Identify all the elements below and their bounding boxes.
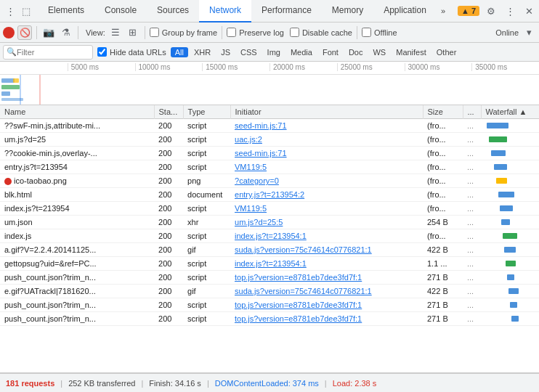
stop-button[interactable]: 🚫 [17,25,32,40]
header-waterfall[interactable]: Waterfall ▲ [481,105,539,119]
camera-button[interactable]: 📷 [41,25,56,40]
tab-console[interactable]: Console [94,0,147,23]
filter-button[interactable]: ⚗ [59,25,73,40]
more-options-icon[interactable]: ⋮ [503,4,517,18]
tab-performance[interactable]: Performance [251,0,322,23]
cell-initiator[interactable]: ?category=0 [230,174,423,188]
hide-data-urls-label[interactable]: Hide data URLs [97,47,166,57]
table-row[interactable]: index.js?t=213954 200 script VM119:5 (fr… [0,202,539,216]
timeline-content[interactable] [0,75,539,105]
group-frame-checkbox[interactable] [150,28,159,37]
close-icon[interactable]: ✕ [522,4,536,18]
table-row[interactable]: entry.js?t=213954 200 script VM119:5 (fr… [0,160,539,174]
record-button[interactable] [3,27,15,38]
cell-initiator[interactable]: uac.js:2 [230,133,423,147]
cell-dots[interactable]: ... [463,119,481,133]
table-row[interactable]: a.gif?V=2.2.4.20141125... 200 gif suda.j… [0,243,539,257]
table-row[interactable]: ico-taobao.png 200 png ?category=0 (fro.… [0,174,539,188]
cell-dots[interactable]: ... [463,298,481,312]
preserve-log-checkbox-label[interactable]: Preserve log [227,28,284,37]
cell-type: script [183,133,230,147]
cell-initiator[interactable]: seed-min.js:71 [230,119,423,133]
table-row[interactable]: um.js?d=25 200 script uac.js:2 (fro... .… [0,133,539,147]
table-row[interactable]: push_count.json?trim_n... 200 script top… [0,298,539,312]
cell-dots[interactable]: ... [463,133,481,147]
dock-icon[interactable]: ⋮ [3,4,17,18]
table-row[interactable]: push_count.json?trim_n... 200 script top… [0,312,539,326]
cell-dots[interactable]: ... [463,188,481,202]
table-row[interactable]: push_count.json?trim_n... 200 script top… [0,271,539,285]
cell-dots[interactable]: ... [463,243,481,257]
cell-initiator[interactable]: index.js?t=213954:1 [230,229,423,243]
filter-xhr[interactable]: XHR [190,47,215,57]
cell-initiator[interactable]: seed-min.js:71 [230,147,423,160]
network-throttle-dropdown[interactable]: ▾ [522,25,536,40]
filter-js[interactable]: JS [216,47,235,57]
header-initiator[interactable]: Initiator [230,105,423,119]
tab-sources[interactable]: Sources [147,0,199,23]
cell-dots[interactable]: ... [463,257,481,271]
table-header: Name Sta... Type Initiator Size ... Wate… [0,105,539,119]
cell-dots[interactable]: ... [463,271,481,285]
header-type[interactable]: Type [183,105,230,119]
more-tabs-button[interactable]: » [437,0,450,23]
cell-dots[interactable]: ... [463,312,481,326]
tab-elements[interactable]: Elements [38,0,94,23]
cell-initiator[interactable]: top.js?version=e8781eb7dee3fd7f:1 [230,298,423,312]
cell-initiator[interactable]: VM119:5 [230,202,423,216]
header-size[interactable]: Size [423,105,463,119]
table-row[interactable]: blk.html 200 document entry.js?t=213954:… [0,188,539,202]
cell-dots[interactable]: ... [463,216,481,229]
filter-ws[interactable]: WS [368,47,390,57]
cell-initiator[interactable]: suda.js?version=75c74614c0776821:1 [230,285,423,298]
cell-initiator[interactable]: top.js?version=e8781eb7dee3fd7f:1 [230,312,423,326]
filter-font[interactable]: Font [318,47,343,57]
cell-dots[interactable]: ... [463,147,481,160]
table-row[interactable]: index.js 200 script index.js?t=213954:1 … [0,229,539,243]
tab-application[interactable]: Application [373,0,437,23]
table-row[interactable]: gettopsug?uid=&ref=PC... 200 script inde… [0,257,539,271]
cell-dots[interactable]: ... [463,229,481,243]
network-table-container[interactable]: Name Sta... Type Initiator Size ... Wate… [0,105,539,373]
offline-checkbox[interactable] [362,28,371,37]
filter-other[interactable]: Other [432,47,461,57]
offline-checkbox-label[interactable]: Offline [362,28,397,37]
cell-initiator[interactable]: VM119:5 [230,160,423,174]
table-row[interactable]: ??swF-min.js,attribute-mi... 200 script … [0,119,539,133]
cell-dots[interactable]: ... [463,285,481,298]
disable-cache-checkbox[interactable] [290,28,299,37]
cell-dots[interactable]: ... [463,160,481,174]
search-input[interactable] [17,48,89,57]
view-large-icon[interactable]: ⊞ [126,25,140,40]
cell-initiator[interactable]: suda.js?version=75c74614c0776821:1 [230,243,423,257]
table-row[interactable]: ??cookie-min.js,overlay-... 200 script s… [0,147,539,160]
settings-icon[interactable]: ⚙ [484,4,498,18]
filter-doc[interactable]: Doc [344,47,368,57]
inspect-icon[interactable]: ⬚ [19,4,33,18]
filter-css[interactable]: CSS [236,47,262,57]
cell-dots[interactable]: ... [463,174,481,188]
header-name[interactable]: Name [0,105,154,119]
table-row[interactable]: e.gif?UATrackl|7181620... 200 gif suda.j… [0,285,539,298]
filter-all[interactable]: All [171,47,188,57]
hide-data-urls-checkbox[interactable] [97,47,107,57]
cell-initiator[interactable]: um.js?d=25:5 [230,216,423,229]
preserve-log-checkbox[interactable] [227,28,236,37]
header-dots[interactable]: ... [463,105,481,119]
cell-initiator[interactable]: top.js?version=e8781eb7dee3fd7f:1 [230,271,423,285]
cell-dots[interactable]: ... [463,202,481,216]
tab-network[interactable]: Network [199,0,251,23]
group-frame-checkbox-label[interactable]: Group by frame [150,28,217,37]
header-status[interactable]: Sta... [154,105,183,119]
filter-manifest[interactable]: Manifest [392,47,431,57]
transferred-size: 252 KB transferred [68,379,135,388]
tab-memory[interactable]: Memory [322,0,373,23]
filter-img[interactable]: Img [263,47,285,57]
view-list-icon[interactable]: ☰ [108,25,123,40]
cell-initiator[interactable]: entry.js?t=213954:2 [230,188,423,202]
table-row[interactable]: um.json 200 xhr um.js?d=25:5 254 B ... [0,216,539,229]
disable-cache-checkbox-label[interactable]: Disable cache [290,28,352,37]
cell-initiator[interactable]: index.js?t=213954:1 [230,257,423,271]
filter-media[interactable]: Media [286,47,317,57]
cell-size: 422 B [423,285,463,298]
